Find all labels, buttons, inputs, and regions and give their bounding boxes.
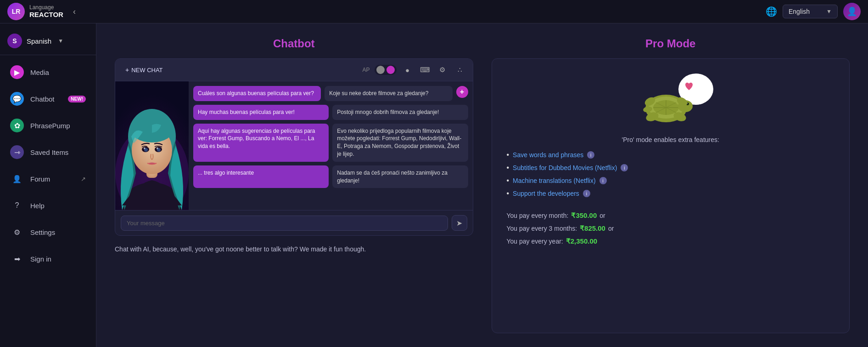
sidebar-item-phrasepump-label: PhrasePump (30, 122, 70, 130)
bot-message-2: Postoji mnogo dobrih filmova za gledanje… (332, 105, 468, 120)
signin-icon: ➡ (10, 252, 24, 266)
language-selector[interactable]: English ▼ (783, 5, 838, 18)
sidebar-item-forum-label: Forum (30, 175, 50, 183)
new-chat-label: NEW CHAT (131, 67, 162, 74)
record-button[interactable]: ● (401, 63, 414, 76)
logo-text: Language REACTOR (29, 4, 63, 19)
sidebar-item-signin[interactable]: ➡ Sign in (3, 246, 93, 271)
plus-button-1[interactable]: + (456, 86, 468, 98)
sidebar-item-phrasepump[interactable]: ✿ PhrasePump (3, 113, 93, 138)
sidebar-item-saved-label: Saved Items (30, 148, 68, 156)
user-message-4: ... tres algo interesante (193, 165, 329, 188)
bot-message-1-text: Koje su neke dobre filmove za gledanje? (329, 90, 428, 97)
sidebar: S Spanish ▼ ▶ Media 💬 Chatbot NEW! ✿ Phr… (0, 23, 96, 347)
user-message-3: Aquí hay algunas sugerencias de película… (193, 124, 329, 162)
chevron-down-icon: ▼ (826, 8, 832, 15)
svg-point-11 (144, 148, 148, 152)
pro-illustration (507, 72, 835, 127)
pricing-label-1: You pay every month: (507, 212, 569, 219)
pricing-row-1: You pay every month: ₹350.00 or (507, 211, 835, 220)
chatbot-section: Chatbot + NEW CHAT AP (115, 37, 473, 333)
logo-language-word: Language (29, 4, 63, 11)
sidebar-item-settings-label: Settings (30, 228, 55, 236)
bot-message-3: Evo nekoliko prijedloga popularnih filmo… (332, 124, 468, 162)
sidebar-item-forum[interactable]: 👤 Forum ↗ (3, 166, 93, 191)
feature-3-info-icon[interactable]: i (599, 177, 607, 184)
topbar: LR Language REACTOR ‹ 🌐 English ▼ 👤 (0, 0, 868, 23)
sidebar-language-selector[interactable]: S Spanish ▼ (0, 27, 96, 55)
send-button[interactable]: ➤ (452, 215, 467, 231)
user-message-2: Hay muchas buenas películas para ver! (193, 105, 329, 120)
feature-1-text: Save words and phrases (513, 151, 583, 159)
external-link-icon: ↗ (81, 176, 86, 182)
chatbot-description: Chat with AI, because, well, you've got … (115, 244, 473, 254)
bot-message-2-text: Postoji mnogo dobrih filmova za gledanje… (337, 109, 439, 115)
sidebar-language-name: Spanish (27, 37, 51, 45)
ap-toggle[interactable] (375, 65, 397, 75)
topbar-left: LR Language REACTOR ‹ (7, 3, 81, 20)
sidebar-item-media-label: Media (30, 68, 49, 76)
pricing-row-2: You pay every 3 months: ₹825.00 or (507, 224, 835, 233)
flower-icon: ✿ (10, 119, 24, 132)
feature-3-text: Machine translations (Netflix) (513, 177, 596, 184)
chat-messages-area: Cuáles son algunas buenas películas para… (115, 81, 473, 210)
sidebar-item-help[interactable]: ? Help (3, 193, 93, 218)
plus-icon: + (125, 66, 129, 74)
globe-icon[interactable]: 🌐 (766, 6, 777, 17)
feature-item-3: Machine translations (Netflix) i (507, 176, 835, 185)
chat-avatar (115, 81, 189, 210)
sidebar-item-saved[interactable]: ⇾ Saved Items (3, 140, 93, 165)
message-row-1: Cuáles son algunas buenas películas para… (193, 86, 468, 101)
keyboard-icon[interactable]: ⌨ (419, 63, 431, 76)
price-monthly: ₹350.00 (571, 211, 597, 220)
chat-input-row: ➤ (115, 210, 473, 235)
sidebar-item-chatbot[interactable]: 💬 Chatbot NEW! (3, 86, 93, 111)
grid-icon: ⇾ (10, 145, 24, 159)
pricing-row-3: You pay every year: ₹2,350.00 (507, 237, 835, 245)
user-avatar-button[interactable]: 👤 (843, 3, 861, 20)
sidebar-item-settings[interactable]: ⚙ Settings (3, 220, 93, 245)
feature-4-info-icon[interactable]: i (583, 190, 590, 197)
sidebar-item-signin-label: Sign in (30, 255, 51, 263)
ap-label: AP (362, 67, 370, 73)
user-message-4-text: ... tres algo interesante (198, 170, 254, 176)
content-area: Chatbot + NEW CHAT AP (96, 23, 868, 347)
chatbot-new-badge: NEW! (68, 96, 86, 102)
user-message-2-text: Hay muchas buenas películas para ver! (198, 109, 295, 115)
main-layout: S Spanish ▼ ▶ Media 💬 Chatbot NEW! ✿ Phr… (0, 23, 868, 347)
two-column-layout: Chatbot + NEW CHAT AP (115, 37, 850, 333)
play-icon: ▶ (10, 65, 24, 79)
translate-icon[interactable]: ∴ (454, 63, 466, 76)
sidebar-item-help-label: Help (30, 202, 45, 210)
new-chat-button[interactable]: + NEW CHAT (122, 64, 167, 75)
sidebar-language-initial: S (12, 37, 17, 45)
feature-1-info-icon[interactable]: i (587, 151, 594, 159)
message-row-2: Hay muchas buenas películas para ver! Po… (193, 105, 468, 120)
question-icon: ? (10, 199, 24, 212)
feature-2-info-icon[interactable]: i (621, 164, 628, 171)
chat-icon: 💬 (10, 92, 24, 106)
feature-2-text: Subtitles for Dubbed Movies (Netflix) (513, 164, 617, 171)
bot-message-4-text: Nadam se da ćeš pronaći nešto zanimljivo… (337, 170, 448, 184)
settings-toolbar-icon[interactable]: ⚙ (436, 63, 449, 76)
bot-message-4: Nadam se da ćeš pronaći nešto zanimljivo… (332, 165, 468, 188)
toggle-dot-off (376, 66, 385, 74)
sidebar-item-media[interactable]: ▶ Media (3, 60, 93, 85)
chat-messages-column: Cuáles son algunas buenas películas para… (189, 81, 473, 210)
feature-item-1: Save words and phrases i (507, 151, 835, 159)
pro-section: Pro Mode (492, 37, 850, 333)
turtle-illustration (625, 72, 717, 127)
pricing-label-2: You pay every 3 months: (507, 225, 577, 232)
bot-message-1: Koje su neke dobre filmove za gledanje? (325, 86, 452, 101)
feature-item-4: Support the developers i (507, 189, 835, 198)
chat-message-input[interactable] (121, 216, 448, 231)
person-icon: 👤 (10, 172, 24, 186)
chat-toolbar: + NEW CHAT AP ● ⌨ ⚙ ∴ (115, 59, 473, 81)
sidebar-collapse-button[interactable]: ‹ (68, 5, 81, 18)
avatar-svg (115, 81, 189, 210)
toggle-dot-on (386, 66, 395, 74)
user-message-3-text: Aquí hay algunas sugerencias de película… (198, 128, 315, 150)
feature-4-text: Support the developers (513, 190, 579, 197)
sidebar-language-avatar: S (7, 34, 22, 48)
logo-circle[interactable]: LR (7, 3, 25, 20)
